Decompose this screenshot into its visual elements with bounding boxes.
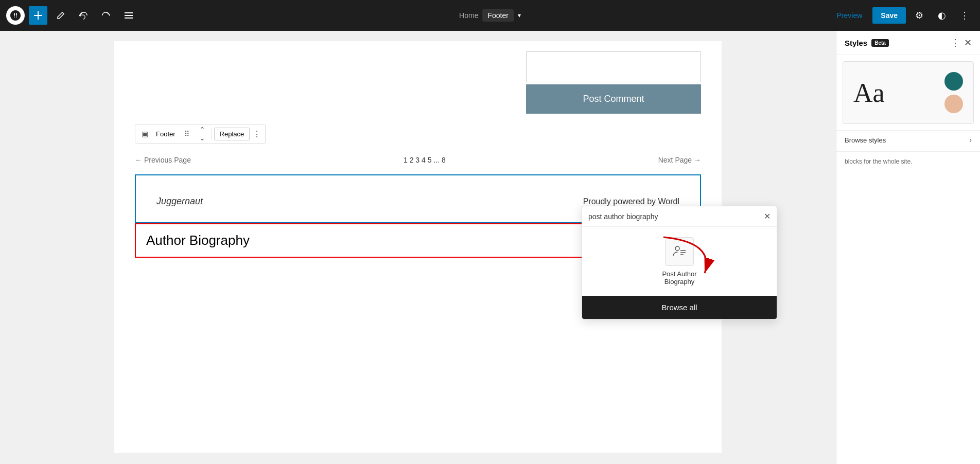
- prev-page-link[interactable]: ← Previous Page: [135, 156, 191, 164]
- block-search-input[interactable]: [588, 212, 764, 221]
- right-panel-title: Styles: [845, 39, 867, 47]
- svg-point-6: [675, 246, 679, 251]
- breadcrumb-nav: Home Footer ▾: [459, 9, 521, 22]
- style-color-circles: [944, 72, 963, 113]
- edit-tool-button[interactable]: [51, 6, 70, 25]
- svg-text:W: W: [13, 13, 18, 19]
- post-comment-button[interactable]: Post Comment: [526, 84, 701, 114]
- page-numbers: 1 2 3 4 5 ... 8: [404, 156, 446, 164]
- block-inserter-popup: ✕ Post Auth: [582, 206, 777, 319]
- undo-button[interactable]: [74, 6, 93, 25]
- browse-all-button[interactable]: Browse all: [582, 296, 777, 319]
- more-options-icon[interactable]: ⋮: [955, 6, 974, 25]
- add-block-button[interactable]: [29, 6, 47, 25]
- block-inserter-header: ✕: [582, 206, 777, 227]
- powered-by-text: Proudly powered by Wordl: [583, 197, 679, 206]
- block-inserter-body: Post Author Biography: [582, 227, 777, 296]
- save-button[interactable]: Save: [872, 7, 906, 24]
- separator: [836, 151, 980, 152]
- site-name-link[interactable]: Juggernaut: [156, 196, 203, 207]
- comment-textarea[interactable]: [526, 51, 701, 82]
- main-wrapper: Post Comment ▣ Footer ⠿ ⌃⌄ Replace ⋮ ← P…: [0, 31, 980, 464]
- svg-rect-4: [125, 17, 133, 19]
- panel-more-icon[interactable]: ⋮: [951, 37, 960, 48]
- svg-rect-3: [125, 15, 133, 16]
- footer-toolbar-label: Footer: [153, 130, 179, 138]
- right-panel-header: Styles Beta ⋮ ✕: [836, 31, 980, 55]
- main-toolbar: W Home Footer ▾: [0, 0, 980, 31]
- drag-handle-icon[interactable]: ⠿: [180, 127, 194, 141]
- block-icon: [665, 237, 694, 266]
- post-comment-section: Post Comment: [114, 41, 722, 124]
- nav-home[interactable]: Home: [459, 11, 478, 20]
- list-view-button[interactable]: [119, 6, 138, 25]
- settings-icon[interactable]: ⚙: [910, 6, 929, 25]
- nav-chevron: ▾: [518, 12, 521, 19]
- preview-button[interactable]: Preview: [831, 8, 869, 23]
- replace-button[interactable]: Replace: [214, 128, 250, 140]
- block-inserter-close-icon[interactable]: ✕: [764, 211, 771, 221]
- style-preview-aa: Aa: [853, 78, 885, 108]
- toolbar-divider: [212, 128, 212, 140]
- style-preview-card[interactable]: Aa: [843, 61, 974, 124]
- footer-block-icon: ▣: [137, 127, 152, 141]
- toolbar-right: Preview Save ⚙ ◐ ⋮: [831, 6, 974, 25]
- block-item-label: Post Author Biography: [662, 270, 696, 285]
- footer-block-toolbar: ▣ Footer ⠿ ⌃⌄ Replace ⋮: [135, 124, 266, 144]
- browse-styles-chevron: ›: [969, 136, 972, 144]
- browse-styles-label: Browse styles: [845, 136, 886, 144]
- next-page-link[interactable]: Next Page →: [658, 156, 701, 164]
- more-options-button[interactable]: ⋮: [251, 128, 263, 140]
- beta-badge: Beta: [871, 39, 889, 47]
- teal-color-circle: [944, 72, 963, 91]
- panel-close-icon[interactable]: ✕: [964, 37, 972, 48]
- peach-color-circle: [944, 95, 963, 113]
- author-biography-label: Author Biography: [146, 233, 250, 248]
- right-panel: Styles Beta ⋮ ✕ Aa Browse styles › block…: [836, 31, 980, 464]
- wp-logo[interactable]: W: [6, 6, 25, 25]
- pagination-area: ← Previous Page 1 2 3 4 5 ... 8 Next Pag…: [114, 146, 722, 174]
- svg-rect-2: [125, 12, 133, 13]
- contrast-icon[interactable]: ◐: [933, 6, 951, 25]
- nav-footer[interactable]: Footer: [482, 9, 513, 22]
- post-author-biography-block[interactable]: Post Author Biography: [662, 237, 696, 285]
- browse-styles-row[interactable]: Browse styles ›: [836, 130, 980, 149]
- move-arrows-icon[interactable]: ⌃⌄: [195, 127, 209, 141]
- blocks-info-text: blocks for the whole site.: [836, 154, 980, 171]
- redo-button[interactable]: [97, 6, 115, 25]
